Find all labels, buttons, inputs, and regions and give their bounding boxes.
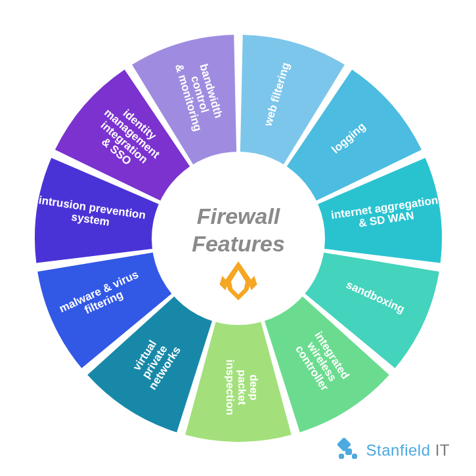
logo-mark-icon bbox=[339, 439, 361, 462]
logo-text: Stanfield IT bbox=[366, 441, 450, 460]
stanfield-it-logo: Stanfield IT bbox=[339, 439, 450, 462]
center-title-line2: Features bbox=[192, 231, 285, 256]
center-title-line1: Firewall bbox=[196, 204, 280, 228]
logo-brand-secondary: IT bbox=[431, 441, 450, 459]
logo-brand-primary: Stanfield bbox=[366, 441, 431, 459]
wheel-svg: web filteringlogginginternet aggregation… bbox=[28, 28, 448, 448]
firewall-features-wheel: web filteringlogginginternet aggregation… bbox=[28, 28, 448, 448]
